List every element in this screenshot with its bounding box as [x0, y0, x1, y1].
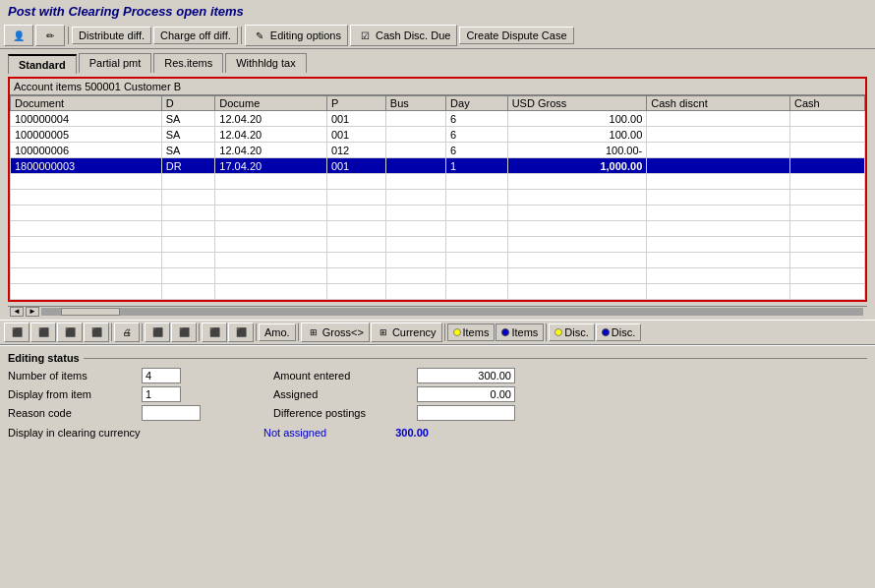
display-from-item-label: Display from item — [8, 388, 136, 400]
items2-label: Items — [511, 326, 538, 338]
icon-btn-4[interactable]: ⬛ — [84, 323, 109, 342]
distribute-diff-label: Distribute diff. — [79, 29, 145, 41]
currency-button[interactable]: ⊞ Currency — [371, 323, 442, 342]
sep7 — [298, 323, 299, 341]
scroll-thumb[interactable] — [61, 308, 120, 316]
edit-icon: ✏ — [42, 28, 58, 43]
cash-disc-due-button[interactable]: ☑ Cash Disc. Due — [350, 25, 457, 46]
edit-icon-button[interactable]: ✏ — [35, 25, 65, 46]
check-icon: ☑ — [357, 28, 373, 43]
tabs-row: Standard Partial pmt Res.items Withhldg … — [0, 49, 875, 73]
btn-icon-2: ⬛ — [36, 325, 50, 339]
display-from-item-input[interactable] — [142, 386, 181, 402]
col-header-day: Day — [446, 96, 508, 111]
disc2-button[interactable]: Disc. — [596, 323, 641, 341]
disc2-dot — [602, 328, 610, 336]
table-row[interactable]: 100000005SA12.04.200016100.00 — [11, 127, 865, 143]
table-row-empty — [11, 221, 865, 237]
distribute-diff-button[interactable]: Distribute diff. — [72, 27, 151, 44]
icon-btn-7[interactable]: ⬛ — [171, 323, 197, 342]
disc1-button[interactable]: Disc. — [549, 323, 594, 341]
editing-options-label: Editing options — [270, 29, 341, 41]
scroll-track[interactable] — [41, 308, 863, 316]
table-row[interactable]: 100000004SA12.04.200016100.00 — [11, 111, 865, 127]
icon-btn-2[interactable]: ⬛ — [30, 323, 56, 342]
print-icon: 🖨 — [120, 325, 134, 339]
disc2-label: Disc. — [612, 326, 635, 338]
items2-dot — [501, 328, 509, 336]
table-row[interactable]: 1800000003DR17.04.2000111,000.00 — [11, 158, 865, 174]
charge-off-diff-button[interactable]: Charge off diff. — [153, 27, 238, 44]
create-dispute-case-button[interactable]: Create Dispute Case — [459, 27, 573, 44]
icon-btn-3[interactable]: ⬛ — [57, 323, 83, 342]
tab-partial-pmt[interactable]: Partial pmt — [79, 53, 152, 73]
page-title: Post with Clearing Process open items — [8, 4, 244, 19]
table-row-empty — [11, 253, 865, 268]
table-row-empty — [11, 237, 865, 253]
btn-icon-6: ⬛ — [150, 325, 164, 339]
editing-status-section: Editing status Number of items Display f… — [0, 345, 875, 444]
cash-disc-due-label: Cash Disc. Due — [376, 29, 450, 41]
sep8 — [444, 323, 445, 341]
user-icon-button[interactable]: 👤 — [4, 25, 33, 46]
editing-options-button[interactable]: ✎ Editing options — [245, 25, 348, 46]
print-button[interactable]: 🖨 — [114, 323, 140, 342]
difference-postings-label: Difference postings — [273, 407, 411, 419]
amount-entered-label: Amount entered — [273, 370, 411, 382]
items1-button[interactable]: Items — [447, 323, 496, 341]
amount-entered-input[interactable] — [417, 368, 515, 383]
scroll-left-area[interactable]: ◄ ► — [10, 307, 39, 317]
separator2 — [241, 27, 242, 44]
bottom-toolbar: ⬛ ⬛ ⬛ ⬛ 🖨 ⬛ ⬛ ⬛ ⬛ Amo. ⊞ Gross<> ⊞ Curre… — [0, 320, 875, 345]
toolbar: 👤 ✏ Distribute diff. Charge off diff. ✎ … — [0, 23, 875, 49]
col-header-d: D — [161, 96, 215, 111]
items2-button[interactable]: Items — [496, 323, 544, 341]
user-icon: 👤 — [11, 28, 27, 43]
account-header: Account items 500001 Customer B — [10, 79, 865, 95]
scroll-right-button[interactable]: ► — [26, 307, 39, 317]
items1-label: Items — [463, 326, 490, 338]
icon-btn-1[interactable]: ⬛ — [4, 323, 29, 342]
assigned-label: Assigned — [273, 388, 411, 400]
sep4 — [142, 323, 143, 341]
gross-button[interactable]: ⊞ Gross<> — [301, 323, 370, 342]
gross-label: Gross<> — [322, 326, 364, 338]
sep6 — [256, 323, 257, 341]
number-of-items-input[interactable] — [142, 368, 181, 383]
disc1-dot — [554, 328, 562, 336]
data-table: Document D Docume P Bus Day USD Gross Ca… — [10, 95, 865, 300]
number-of-items-label: Number of items — [8, 370, 136, 382]
difference-postings-input[interactable] — [417, 405, 515, 421]
separator — [68, 27, 69, 44]
scroll-left-button[interactable]: ◄ — [10, 307, 24, 317]
col-header-p: P — [326, 96, 385, 111]
col-header-usd-gross: USD Gross — [507, 96, 647, 111]
table-row-empty — [11, 268, 865, 284]
title-bar: Post with Clearing Process open items — [0, 0, 875, 23]
table-row-empty — [11, 174, 865, 190]
gross-icon: ⊞ — [307, 325, 321, 339]
tab-withhldg-tax[interactable]: Withhldg tax — [225, 53, 307, 73]
amo-button[interactable]: Amo. — [259, 323, 296, 341]
btn-icon-8: ⬛ — [207, 325, 221, 339]
not-assigned-link[interactable]: Not assigned — [263, 427, 326, 439]
btn-icon-3: ⬛ — [63, 325, 77, 339]
icon-btn-6[interactable]: ⬛ — [145, 323, 170, 342]
horizontal-scrollbar[interactable]: ◄ ► — [8, 306, 867, 316]
col-header-docume: Docume — [215, 96, 327, 111]
create-dispute-case-label: Create Dispute Case — [466, 29, 566, 41]
icon-btn-9[interactable]: ⬛ — [228, 323, 254, 342]
clearing-amount: 300.00 — [395, 427, 429, 439]
display-in-clearing-label: Display in clearing currency — [8, 427, 175, 439]
editing-status-title: Editing status — [8, 352, 867, 364]
currency-label: Currency — [392, 326, 437, 338]
items1-dot — [453, 328, 461, 336]
currency-icon: ⊞ — [377, 325, 390, 339]
tab-res-items[interactable]: Res.items — [153, 53, 223, 73]
icon-btn-8[interactable]: ⬛ — [202, 323, 227, 342]
table-row[interactable]: 100000006SA12.04.200126100.00- — [11, 143, 865, 158]
reason-code-input[interactable] — [142, 405, 201, 421]
tab-standard[interactable]: Standard — [8, 54, 77, 74]
assigned-input[interactable] — [417, 386, 515, 402]
disc1-label: Disc. — [564, 326, 588, 338]
